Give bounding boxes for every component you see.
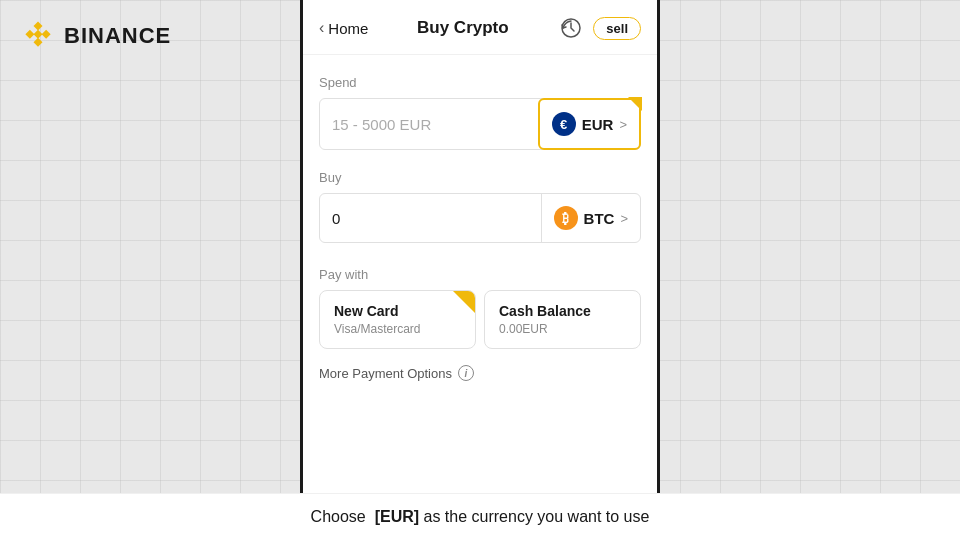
payment-options: New Card Visa/Mastercard Cash Balance 0.… [319,290,641,349]
btc-icon: ₿ [554,206,578,230]
buy-currency-selector[interactable]: ₿ BTC > [541,194,640,242]
back-arrow-icon: ‹ [319,19,324,37]
svg-marker-0 [34,22,43,31]
phone-container: ‹ Home Buy Crypto sell Spend 15 - 5000 E [300,0,660,540]
binance-logo: BINANCE [20,18,171,54]
spend-currency-name: EUR [582,116,614,133]
spend-currency-chevron-icon: > [619,117,627,132]
instruction-highlight: [EUR] [375,508,419,525]
cash-balance-option[interactable]: Cash Balance 0.00EUR [484,290,641,349]
back-button[interactable]: ‹ Home [319,19,368,37]
corner-triangle-icon [628,97,642,111]
buy-section: Buy 0 ₿ BTC > [319,170,641,243]
buy-label: Buy [319,170,641,185]
pay-with-label: Pay with [319,267,641,282]
pay-with-section: Pay with New Card Visa/Mastercard Cash B… [319,267,641,349]
spend-currency-wrapper: € EUR > [539,99,640,149]
new-card-option[interactable]: New Card Visa/Mastercard [319,290,476,349]
header-actions: sell [557,14,641,42]
spend-placeholder[interactable]: 15 - 5000 EUR [320,102,539,147]
binance-logo-icon [20,18,56,54]
new-card-subtitle: Visa/Mastercard [334,322,461,336]
spend-label: Spend [319,75,641,90]
more-payment-label: More Payment Options [319,366,452,381]
new-card-title: New Card [334,303,461,319]
more-payment-options[interactable]: More Payment Options i [319,365,641,381]
spend-section: Spend 15 - 5000 EUR € EUR > [319,75,641,150]
sell-button[interactable]: sell [593,17,641,40]
spend-input-wrapper: 15 - 5000 EUR € EUR > [319,98,641,150]
app-name: BINANCE [64,23,171,49]
bottom-instruction-bar: Choose [EUR] as the currency you want to… [0,493,960,540]
svg-marker-4 [34,30,43,39]
cash-balance-title: Cash Balance [499,303,626,319]
svg-marker-2 [42,30,51,39]
history-button[interactable] [557,14,585,42]
eur-icon: € [552,112,576,136]
svg-marker-3 [34,38,43,47]
buy-value[interactable]: 0 [320,196,541,241]
header: ‹ Home Buy Crypto sell [303,0,657,55]
instruction-text: Choose [EUR] as the currency you want to… [311,508,650,525]
buy-currency-name: BTC [584,210,615,227]
info-icon: i [458,365,474,381]
cash-balance-amount: 0.00EUR [499,322,626,336]
back-label: Home [328,20,368,37]
buy-currency-chevron-icon: > [620,211,628,226]
spend-currency-selector[interactable]: € EUR > [538,98,641,150]
spend-input-container: 15 - 5000 EUR € EUR > [319,98,641,150]
page-title: Buy Crypto [417,18,509,38]
selected-indicator-icon [453,291,475,313]
main-content: Spend 15 - 5000 EUR € EUR > [303,55,657,540]
svg-marker-1 [25,30,34,39]
buy-input-container: 0 ₿ BTC > [319,193,641,243]
